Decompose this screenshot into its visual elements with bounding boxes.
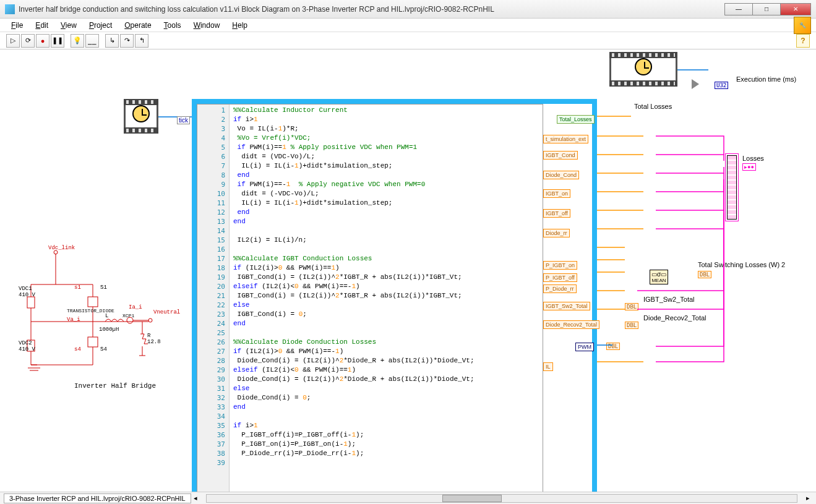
terminal-t_simulation_ext[interactable]: t_simulation_ext	[543, 135, 588, 143]
losses-label: Losses	[742, 155, 764, 162]
menu-tools[interactable]: Tools	[158, 20, 187, 31]
tab-scroll-right[interactable]: ▸	[804, 494, 812, 502]
igbt-sw2-total-label: IGBT_Sw2_Total	[643, 296, 695, 303]
terminal-p_igbt_on[interactable]: P_IGBT_on	[543, 261, 577, 270]
toolbar: ▷ ⟳ ● ❚❚ 💡 ⎯⎯ ↳ ↷ ↰ ?	[0, 32, 816, 49]
svg-rect-6	[27, 297, 35, 308]
sequence-frame-left[interactable]	[124, 99, 158, 134]
code-gutter: 1234567891011121314151617181920212223242…	[197, 105, 230, 492]
menu-bar: File Edit View Project Operate Tools Win…	[0, 19, 816, 32]
menu-project[interactable]: Project	[83, 20, 118, 31]
retain-wire-button[interactable]: ⎯⎯	[85, 34, 99, 48]
app-icon-small	[5, 4, 15, 14]
total-switching-losses-indicator: DBL	[698, 271, 711, 278]
losses-indicator: ▸●●	[742, 163, 756, 171]
step-into-button[interactable]: ↳	[105, 34, 119, 48]
mathscript-node[interactable]: 1234567891011121314151617181920212223242…	[197, 104, 543, 492]
total-switching-losses-label: Total Switching Losses (W) 2	[698, 261, 785, 268]
code-body[interactable]: %%Calculate Inductor Current if i>1 Vo =…	[230, 105, 543, 492]
circuit-schematic: Vdc_link VDC1 410 V VDC2 410 V s1 S1 TRA…	[19, 247, 173, 390]
terminal-p_igbt_off[interactable]: P_IGBT_off	[543, 273, 577, 282]
u32-indicator: U32	[715, 82, 728, 89]
status-project-tab[interactable]: 3-Phase Inverter RCP and HIL.lvproj/cRIO…	[4, 493, 191, 503]
menu-edit[interactable]: Edit	[29, 20, 54, 31]
losses-bundle-icon	[725, 153, 739, 221]
diode-recov2-total-indicator: DBL	[625, 322, 638, 329]
terminal-il[interactable]: IL	[543, 362, 553, 371]
tick-tunnel: tick	[177, 116, 190, 124]
window-controls: — □ ✕	[725, 3, 811, 15]
mean-function: ▭σ▭ MEAN	[650, 270, 668, 284]
menu-help[interactable]: Help	[226, 20, 254, 31]
menu-window[interactable]: Window	[187, 20, 226, 31]
menu-operate[interactable]: Operate	[118, 20, 157, 31]
terminal-pwm[interactable]: PWM	[575, 343, 594, 351]
abort-button[interactable]: ●	[36, 34, 49, 48]
context-help-button[interactable]: ?	[796, 34, 810, 48]
sequence-frame-right[interactable]	[609, 52, 677, 87]
run-continuous-button[interactable]: ⟳	[21, 34, 35, 48]
highlight-exec-button[interactable]: 💡	[71, 34, 84, 48]
run-button[interactable]: ▷	[6, 34, 20, 48]
terminal-igbt_sw2_total[interactable]: IGBT_Sw2_Total	[543, 302, 590, 310]
svg-rect-15	[88, 297, 98, 307]
terminal-diode_cond[interactable]: Diode_Cond	[543, 171, 579, 179]
tick-count-icon-2	[635, 58, 652, 75]
maximize-button[interactable]: □	[752, 3, 781, 15]
igbt-sw2-total-indicator: DBL	[625, 303, 638, 310]
terminal-diode_rr[interactable]: Diode_rr	[543, 229, 570, 237]
subtract-node-icon	[692, 79, 699, 89]
pause-button[interactable]: ❚❚	[51, 34, 64, 48]
terminal-diode_recov2_total[interactable]: Diode_Recov2_Total	[543, 320, 599, 329]
terminal-igbt_off[interactable]: IGBT_off	[543, 209, 570, 218]
tab-scroll-left[interactable]: ◂	[191, 494, 200, 502]
svg-rect-18	[88, 337, 98, 347]
close-button[interactable]: ✕	[780, 3, 811, 15]
menu-file[interactable]: File	[5, 20, 29, 31]
svg-point-23	[148, 318, 152, 322]
window-title: Inverter half bridge conduction and swit…	[19, 5, 725, 14]
terminal-igbt_cond[interactable]: IGBT_Cond	[543, 151, 578, 160]
circuit-caption: Inverter Half Bridge	[74, 382, 156, 390]
horizontal-scrollbar[interactable]	[206, 494, 797, 503]
minimize-button[interactable]: —	[724, 3, 753, 15]
status-bar: 3-Phase Inverter RCP and HIL.lvproj/cRIO…	[0, 492, 816, 504]
block-diagram-canvas[interactable]: tick U32 Execution time (ms) 12345678910…	[0, 49, 816, 492]
terminal-total_losses[interactable]: Total_Losses	[557, 115, 595, 124]
terminal-p_diode_rr[interactable]: P_Diode_rr	[543, 284, 577, 293]
diode-recov2-total-label: Diode_Recov2_Total	[643, 314, 706, 322]
pwm-dbl-indicator: DBL	[606, 343, 620, 350]
total-losses-label: Total Losses	[634, 103, 672, 110]
wiring-overlay	[594, 105, 810, 377]
labview-logo-icon: 🔧	[794, 17, 811, 34]
menu-view[interactable]: View	[54, 20, 83, 31]
tick-count-icon	[132, 105, 150, 122]
terminal-igbt_on[interactable]: IGBT_on	[543, 189, 570, 198]
exec-time-label: Execution time (ms)	[736, 75, 796, 83]
step-out-button[interactable]: ↰	[135, 34, 148, 48]
step-over-button[interactable]: ↷	[120, 34, 134, 48]
title-bar: Inverter half bridge conduction and swit…	[0, 0, 816, 19]
